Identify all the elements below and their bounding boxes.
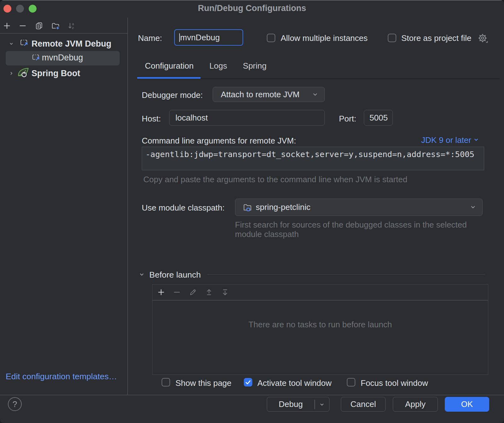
module-classpath-value: spring-petclinic bbox=[256, 202, 310, 212]
host-input-value: localhost bbox=[169, 113, 208, 123]
command-line-args-label: Command line arguments for remote JVM: bbox=[142, 135, 296, 146]
name-label: Name: bbox=[138, 33, 162, 43]
task-toolbar-divider bbox=[152, 300, 488, 301]
activate-tool-window-checkbox[interactable] bbox=[244, 378, 252, 386]
empty-task-list-text: There are no tasks to run before launch bbox=[152, 320, 488, 330]
command-line-args-input[interactable]: -agentlib:jdwp=transport=dt_socket,serve… bbox=[142, 147, 484, 170]
apply-button[interactable]: Apply bbox=[393, 397, 438, 412]
before-launch-title: Before launch bbox=[149, 269, 201, 280]
allow-multiple-instances-checkbox[interactable] bbox=[267, 34, 275, 42]
chevron-down-icon[interactable] bbox=[9, 41, 14, 48]
text-caret bbox=[179, 33, 180, 42]
spring-boot-icon bbox=[17, 67, 30, 79]
new-folder-icon[interactable] bbox=[51, 21, 60, 30]
tree-item-label: mvnDebug bbox=[42, 53, 83, 63]
remote-jvm-debug-icon bbox=[20, 38, 29, 49]
chevron-down-icon[interactable] bbox=[315, 402, 329, 407]
command-line-args-value: -agentlib:jdwp=transport=dt_socket,serve… bbox=[146, 149, 474, 159]
copy-configuration-icon[interactable] bbox=[35, 21, 43, 30]
activate-tool-window-label: Activate tool window bbox=[257, 378, 332, 388]
add-task-icon[interactable] bbox=[157, 288, 165, 296]
tree-item-remote-jvm-debug[interactable]: Remote JVM Debug bbox=[32, 39, 112, 49]
move-task-up-icon[interactable] bbox=[205, 288, 213, 296]
debug-button-label[interactable]: Debug bbox=[267, 399, 314, 409]
use-module-classpath-label: Use module classpath: bbox=[142, 202, 225, 213]
svg-text:z: z bbox=[72, 25, 74, 30]
sidebar-toolbar-divider bbox=[0, 33, 127, 34]
port-input-value: 5005 bbox=[364, 113, 388, 123]
show-this-page-label: Show this page bbox=[175, 378, 232, 388]
tab-configuration[interactable]: Configuration bbox=[137, 59, 202, 75]
module-icon bbox=[243, 202, 253, 212]
titlebar: Run/Debug Configurations bbox=[0, 0, 504, 18]
move-task-down-icon[interactable] bbox=[221, 288, 229, 296]
edit-task-icon[interactable] bbox=[189, 288, 197, 296]
ok-button[interactable]: OK bbox=[445, 397, 489, 412]
sort-alphabetically-icon[interactable]: az bbox=[67, 21, 76, 30]
collapse-section-chevron-icon[interactable] bbox=[138, 271, 145, 279]
tree-item-mvndebug[interactable]: mvnDebug bbox=[6, 51, 120, 65]
host-label: Host: bbox=[142, 113, 161, 124]
active-tab-indicator bbox=[137, 77, 201, 79]
debugger-mode-label: Debugger mode: bbox=[142, 90, 203, 100]
debug-split-button[interactable]: Debug bbox=[267, 397, 329, 412]
chevron-down-icon bbox=[473, 137, 479, 144]
jdk-version-value: JDK 9 or later bbox=[421, 135, 471, 145]
allow-multiple-instances-label: Allow multiple instances bbox=[281, 33, 368, 43]
jdk-version-select[interactable]: JDK 9 or later bbox=[421, 135, 479, 145]
name-input-value: mvnDebug bbox=[175, 33, 220, 42]
footer-divider bbox=[0, 395, 504, 395]
port-label: Port: bbox=[339, 113, 356, 124]
remove-task-icon[interactable] bbox=[173, 288, 181, 296]
store-as-project-file-label: Store as project file bbox=[401, 33, 472, 43]
debugger-mode-select[interactable]: Attach to remote JVM bbox=[213, 87, 325, 102]
sidebar-divider bbox=[127, 18, 128, 395]
store-settings-gear-icon[interactable] bbox=[477, 32, 488, 45]
before-launch-separator bbox=[207, 274, 485, 275]
port-input[interactable]: 5005 bbox=[364, 110, 393, 126]
command-line-args-hint: Copy and paste the arguments to the comm… bbox=[143, 175, 407, 184]
store-as-project-file-checkbox[interactable] bbox=[388, 34, 396, 42]
remove-configuration-icon[interactable] bbox=[18, 21, 27, 30]
module-classpath-hint: First search for sources of the debugged… bbox=[235, 220, 470, 239]
cancel-button[interactable]: Cancel bbox=[341, 397, 386, 412]
run-debug-configurations-dialog: Run/Debug Configurations az Remote JVM D… bbox=[0, 0, 504, 423]
module-classpath-select[interactable]: spring-petclinic bbox=[235, 199, 483, 216]
tab-logs[interactable]: Logs bbox=[202, 59, 235, 75]
show-this-page-checkbox[interactable] bbox=[162, 378, 170, 386]
tab-bar: Configuration Logs Spring bbox=[137, 59, 274, 75]
chevron-down-icon bbox=[312, 90, 318, 99]
focus-tool-window-checkbox[interactable] bbox=[347, 378, 355, 386]
help-button[interactable]: ? bbox=[8, 397, 22, 411]
edit-configuration-templates-link[interactable]: Edit configuration templates… bbox=[6, 372, 117, 381]
chevron-right-icon[interactable] bbox=[9, 70, 14, 77]
tab-spring[interactable]: Spring bbox=[235, 59, 274, 75]
host-input[interactable]: localhost bbox=[169, 110, 325, 126]
tree-item-spring-boot[interactable]: Spring Boot bbox=[32, 69, 80, 78]
debugger-mode-value: Attach to remote JVM bbox=[221, 90, 300, 99]
window-title: Run/Debug Configurations bbox=[0, 3, 504, 13]
name-input[interactable]: mvnDebug bbox=[174, 29, 243, 46]
add-configuration-icon[interactable] bbox=[3, 21, 11, 30]
chevron-down-icon bbox=[470, 202, 476, 212]
before-launch-task-list: There are no tasks to run before launch bbox=[152, 284, 488, 375]
remote-jvm-debug-icon bbox=[32, 53, 41, 64]
focus-tool-window-label: Focus tool window bbox=[361, 378, 428, 388]
